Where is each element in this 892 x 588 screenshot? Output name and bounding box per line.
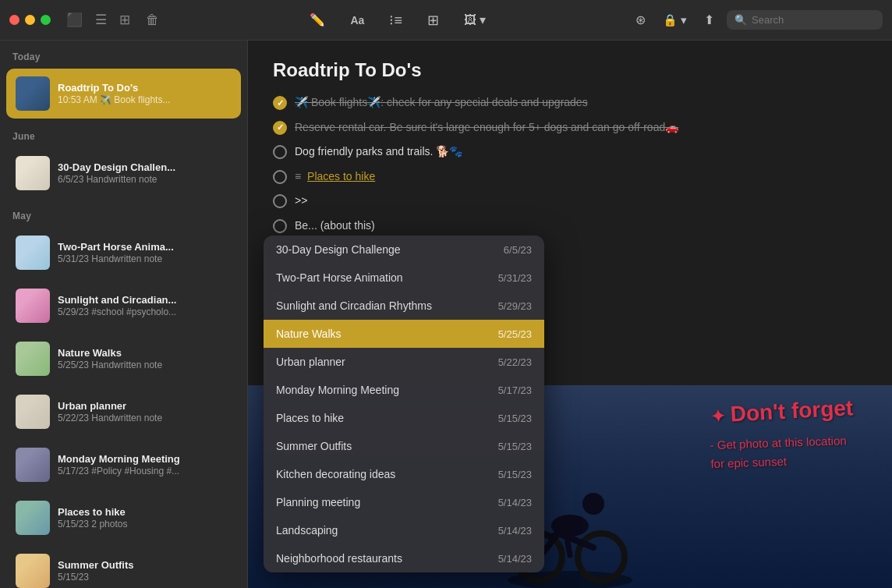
dropdown-item[interactable]: Monday Morning Meeting5/17/23: [264, 376, 544, 404]
note-item-title: Summer Outfits: [58, 559, 232, 571]
checkbox-6[interactable]: [273, 219, 287, 233]
note-item-subtitle: 5/15/23 2 photos: [58, 519, 232, 530]
checklist-text-6: Be... (about this): [295, 218, 867, 234]
dropdown-item[interactable]: Places to hike5/15/23: [264, 404, 544, 432]
checkbox-1[interactable]: [273, 96, 287, 110]
checklist-text-5: >>: [295, 193, 867, 209]
share-icon[interactable]: ⬆: [699, 9, 719, 30]
dropdown-item-date: 6/5/23: [504, 244, 532, 256]
sidebar-item-urban[interactable]: Urban planner5/22/23 Handwritten note: [6, 387, 241, 437]
collab-icon[interactable]: ⊛: [631, 9, 650, 30]
sidebar-section-label: May: [0, 200, 247, 226]
checkbox-5[interactable]: [273, 194, 287, 208]
checklist-text-3: Dog friendly parks and trails. 🐕🐾: [295, 144, 867, 160]
search-input[interactable]: [752, 14, 869, 26]
note-thumbnail: [16, 236, 50, 270]
note-item-subtitle: 5/17/23 #Policy #Housing #...: [58, 466, 232, 476]
checkbox-4[interactable]: [273, 170, 287, 184]
format-icon[interactable]: Aa: [345, 11, 369, 30]
sidebar-item-horse[interactable]: Two-Part Horse Anima...5/31/23 Handwritt…: [6, 228, 241, 278]
dropdown-item-label: Kitchen decorating ideas: [276, 468, 395, 480]
dropdown-item-date: 5/15/23: [498, 413, 532, 424]
main-content: TodayRoadtrip To Do's10:53 AM ✈️ Book fl…: [0, 41, 892, 588]
dropdown-item-label: Landscaping: [276, 524, 338, 537]
dropdown-item[interactable]: Landscaping5/14/23: [264, 516, 544, 544]
search-box[interactable]: 🔍: [727, 10, 883, 30]
dont-forget-container: ✦ Don't forget - Get photo at this locat…: [710, 399, 853, 471]
sidebar-item-sunlight[interactable]: Sunlight and Circadian...5/29/23 #school…: [6, 281, 241, 331]
dropdown-item-date: 5/25/23: [498, 328, 532, 340]
dropdown-item-label: Places to hike: [276, 412, 344, 424]
dropdown-item[interactable]: Summer Outfits5/15/23: [264, 432, 544, 460]
note-editor[interactable]: Roadtrip To Do's ✈️ Book flights✈️: chec…: [248, 41, 892, 588]
dropdown-item[interactable]: Sunlight and Circadian Rhythms5/29/23: [264, 292, 544, 320]
note-item-subtitle: 5/15/23: [58, 572, 232, 583]
note-item-subtitle: 5/29/23 #school #psycholo...: [58, 306, 232, 317]
dropdown-item[interactable]: 30-Day Design Challenge6/5/23: [264, 236, 544, 264]
note-info: Summer Outfits5/15/23: [58, 559, 232, 583]
dropdown-item-date: 5/15/23: [498, 469, 532, 480]
note-info: 30-Day Design Challen...6/5/23 Handwritt…: [58, 161, 232, 185]
dropdown-item-label: 30-Day Design Challenge: [276, 243, 401, 256]
note-item-title: Monday Morning Meeting: [58, 453, 232, 465]
sidebar-item-monday[interactable]: Monday Morning Meeting5/17/23 #Policy #H…: [6, 440, 241, 490]
note-item-title: Sunlight and Circadian...: [58, 294, 232, 306]
sidebar-item-places[interactable]: Places to hike5/15/23 2 photos: [6, 493, 241, 543]
checklist-item-2: Reserve rental car. Be sure it's large e…: [273, 120, 867, 136]
places-link[interactable]: Places to hike: [307, 170, 375, 182]
search-dropdown[interactable]: 30-Day Design Challenge6/5/23Two-Part Ho…: [264, 236, 544, 572]
titlebar: ⬛ ☰ ⊞ 🗑 ✏️ Aa ⁝≡ ⊞ 🖼 ▾ ⊛ 🔒 ▾ ⬆ 🔍: [0, 0, 892, 41]
note-item-title: 30-Day Design Challen...: [58, 161, 232, 173]
dropdown-item-label: Planning meeting: [276, 496, 360, 508]
note-thumbnail: [16, 342, 50, 376]
note-info: Nature Walks5/25/23 Handwritten note: [58, 347, 232, 370]
traffic-lights: [9, 15, 51, 25]
list-view-icon[interactable]: ☰: [95, 12, 107, 28]
grid-view-icon[interactable]: ⊞: [119, 12, 130, 28]
sidebar: TodayRoadtrip To Do's10:53 AM ✈️ Book fl…: [0, 41, 248, 588]
dropdown-item-label: Two-Part Horse Animation: [276, 271, 403, 284]
note-thumbnail: [16, 395, 50, 429]
checklist-item-4: ≡ Places to hike: [273, 169, 867, 185]
note-info: Monday Morning Meeting5/17/23 #Policy #H…: [58, 453, 232, 476]
note-item-subtitle: 5/31/23 Handwritten note: [58, 253, 232, 264]
delete-icon[interactable]: 🗑: [146, 12, 159, 28]
dont-forget-title: ✦ Don't forget: [710, 395, 854, 428]
note-info: Sunlight and Circadian...5/29/23 #school…: [58, 294, 232, 317]
checkbox-2[interactable]: [273, 121, 287, 135]
maximize-button[interactable]: [41, 15, 51, 25]
dropdown-item-date: 5/14/23: [498, 497, 532, 508]
checkbox-3[interactable]: [273, 145, 287, 159]
media-icon[interactable]: 🖼 ▾: [459, 9, 490, 30]
note-title: Roadtrip To Do's: [273, 59, 867, 81]
sidebar-item-nature[interactable]: Nature Walks5/25/23 Handwritten note: [6, 334, 241, 384]
toolbar-right: ⊛ 🔒 ▾ ⬆ 🔍: [631, 9, 883, 30]
dropdown-item[interactable]: Urban planner5/22/23: [264, 348, 544, 376]
lock-icon[interactable]: 🔒 ▾: [658, 10, 692, 30]
sidebar-item-design[interactable]: 30-Day Design Challen...6/5/23 Handwritt…: [6, 148, 241, 198]
dropdown-item[interactable]: Planning meeting5/14/23: [264, 488, 544, 516]
list-options-icon[interactable]: ⁝≡: [384, 9, 407, 32]
dropdown-item-date: 5/15/23: [498, 441, 532, 452]
search-icon: 🔍: [734, 14, 747, 26]
sidebar-toggle-icon[interactable]: ⬛: [66, 12, 83, 28]
checklist-text-1: ✈️ Book flights✈️: check for any special…: [295, 95, 867, 111]
dropdown-item[interactable]: Neighborhood restaurants5/14/23: [264, 544, 544, 572]
dropdown-item-date: 5/31/23: [498, 272, 532, 284]
note-item-title: Urban planner: [58, 400, 232, 412]
sidebar-item-summer[interactable]: Summer Outfits5/15/23: [6, 546, 241, 588]
minimize-button[interactable]: [25, 15, 35, 25]
note-item-title: Nature Walks: [58, 347, 232, 359]
sidebar-section-label: June: [0, 120, 247, 147]
close-button[interactable]: [9, 15, 19, 25]
sidebar-section-label: Today: [0, 41, 247, 67]
note-item-subtitle: 5/25/23 Handwritten note: [58, 360, 232, 370]
sidebar-item-roadtrip[interactable]: Roadtrip To Do's10:53 AM ✈️ Book flights…: [6, 69, 241, 119]
compose-icon[interactable]: ✏️: [305, 9, 330, 30]
note-thumbnail: [16, 76, 50, 111]
note-item-title: Roadtrip To Do's: [58, 82, 232, 94]
table-icon[interactable]: ⊞: [423, 9, 444, 32]
dropdown-item[interactable]: Two-Part Horse Animation5/31/23: [264, 264, 544, 292]
dropdown-item[interactable]: Nature Walks5/25/23: [264, 320, 544, 348]
dropdown-item[interactable]: Kitchen decorating ideas5/15/23: [264, 460, 544, 488]
